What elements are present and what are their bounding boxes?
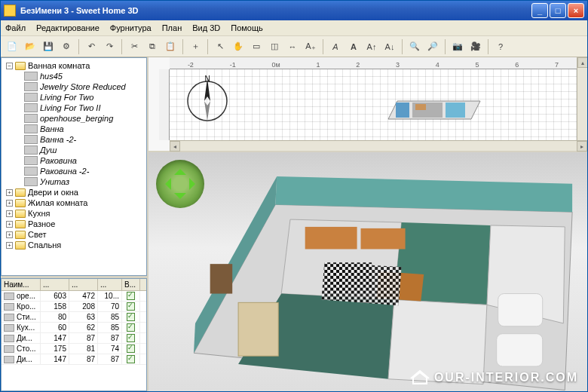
visibility-checkbox[interactable] [127,323,135,332]
visibility-checkbox[interactable] [127,345,135,353]
col-w[interactable]: ... [41,279,69,290]
expand-icon[interactable]: + [6,189,13,196]
ruler-mark: 3 [396,61,400,69]
text-size-down-icon[interactable]: A↓ [381,38,398,55]
menu-help[interactable]: Помощь [231,23,263,32]
nav-up-icon[interactable] [174,163,186,175]
open-file-icon[interactable]: 📂 [22,38,38,55]
table-row[interactable]: Кро...15820870 [2,302,146,312]
expand-icon[interactable]: + [6,242,13,249]
tree-item[interactable]: hus45 [3,71,145,81]
tree-category[interactable]: +Двери и окна [3,187,145,198]
tree-item-label: Jewelry Store Reduced [40,82,126,91]
3d-scene[interactable] [194,175,580,391]
cell-h: 85 [98,312,122,322]
tree-item[interactable]: Jewelry Store Reduced [3,81,145,92]
table-row[interactable]: Кух...606285 [2,323,146,333]
undo-icon[interactable]: ↶ [83,38,100,55]
col-vis[interactable]: В... [122,279,140,290]
col-name[interactable]: Наим... [2,279,41,290]
wall-create-icon[interactable]: ▭ [248,38,265,55]
visibility-checkbox[interactable] [127,292,135,300]
tree-item[interactable]: Унитаз [3,176,145,187]
table-row[interactable]: Ди...1478787 [2,333,146,344]
col-d[interactable]: ... [69,279,98,290]
zoom-out-icon[interactable]: 🔎 [424,38,441,55]
copy-icon[interactable]: ⧉ [144,38,161,55]
text-label-icon[interactable]: A₊ [302,38,319,55]
visibility-checkbox[interactable] [127,355,135,363]
expand-icon[interactable]: + [6,231,13,238]
tree-item[interactable]: Living For Two [3,92,145,103]
tree-category[interactable]: +Разное [3,219,145,229]
menu-edit[interactable]: Редактирование [36,23,100,32]
create-video-icon[interactable]: 🎥 [467,38,484,55]
room-create-icon[interactable]: ◫ [266,38,283,55]
tree-item[interactable]: Ванна -2- [3,134,145,145]
table-row[interactable]: ope...60347210... [2,291,146,302]
minimize-button[interactable]: _ [531,3,548,18]
visibility-checkbox[interactable] [127,313,135,321]
tree-category[interactable]: +Свет [3,229,145,240]
table-row[interactable]: Сто...1758174 [2,344,146,354]
expand-icon[interactable]: + [6,210,13,217]
plan-canvas[interactable]: N [170,69,577,140]
cut-icon[interactable]: ✂ [126,38,142,55]
help-icon[interactable]: ? [492,38,509,55]
preferences-icon[interactable]: ⚙ [58,38,75,55]
tree-item[interactable]: Раковина [3,155,145,166]
tree-item[interactable]: Душ [3,145,145,155]
table-row[interactable]: Сти...806385 [2,312,146,323]
tree-category[interactable]: +Спальня [3,240,145,250]
scroll-right-icon[interactable]: ▸ [577,141,587,152]
visibility-checkbox[interactable] [127,302,135,311]
save-file-icon[interactable]: 💾 [40,38,57,55]
scroll-left-icon[interactable]: ◂ [170,141,180,152]
new-file-icon[interactable]: 📄 [4,38,20,55]
add-furniture-icon[interactable]: ＋ [187,38,204,55]
close-button[interactable]: × [568,3,584,18]
dimension-icon[interactable]: ↔ [284,38,301,55]
expand-icon[interactable]: + [6,200,13,207]
svg-rect-7 [415,104,426,110]
text-size-up-icon[interactable]: A↑ [363,38,380,55]
tree-item[interactable]: openhouse_berging [3,113,145,124]
plan-vscrollbar[interactable]: ▴ [577,57,587,140]
select-icon[interactable]: ↖ [212,38,228,55]
compass[interactable]: N [183,74,231,122]
tree-category-open[interactable]: − Ванная комната [3,60,145,71]
menu-file[interactable]: Файл [5,23,26,32]
plan-hscrollbar[interactable]: ◂ ▸ [170,140,587,151]
pan-icon[interactable]: ✋ [230,38,247,55]
nav-left-icon[interactable] [159,178,171,190]
plan-pane[interactable]: -2-10м1234567 N [149,57,587,152]
col-h[interactable]: ... [98,279,122,290]
scroll-up-icon[interactable]: ▴ [577,57,588,68]
tree-category[interactable]: +Кухня [3,208,145,219]
catalog-tree[interactable]: − Ванная комната hus45Jewelry Store Redu… [1,57,147,276]
tree-category-label: Жилая комната [28,198,87,207]
paste-icon[interactable]: 📋 [162,38,179,55]
text-bold-icon[interactable]: A [345,38,362,55]
plan-model-thumbnail[interactable] [381,92,486,127]
tree-item[interactable]: Раковина -2- [3,166,145,176]
tree-item[interactable]: Ванна [3,124,145,134]
visibility-checkbox[interactable] [127,334,135,342]
tree-item[interactable]: Living For Two II [3,103,145,113]
tree-category[interactable]: +Жилая комната [3,198,145,208]
menu-view3d[interactable]: Вид 3D [192,23,220,32]
table-row[interactable]: Ди...1478787 [2,354,146,365]
view-3d[interactable]: OUR-INTERIOR.COM [149,152,587,391]
nav-down-icon[interactable] [174,193,186,205]
cell-w: 60 [41,323,69,332]
expand-icon[interactable]: + [6,221,13,228]
collapse-icon[interactable]: − [6,63,13,69]
menu-furniture[interactable]: Фурнитура [110,23,152,32]
redo-icon[interactable]: ↷ [101,38,118,55]
maximize-button[interactable]: □ [550,3,566,18]
create-photo-icon[interactable]: 📷 [449,38,466,55]
menu-plan[interactable]: План [162,23,182,32]
table-header[interactable]: Наим... ... ... ... В... [2,279,146,291]
zoom-in-icon[interactable]: 🔍 [406,38,423,55]
text-italic-icon[interactable]: A [327,38,344,55]
